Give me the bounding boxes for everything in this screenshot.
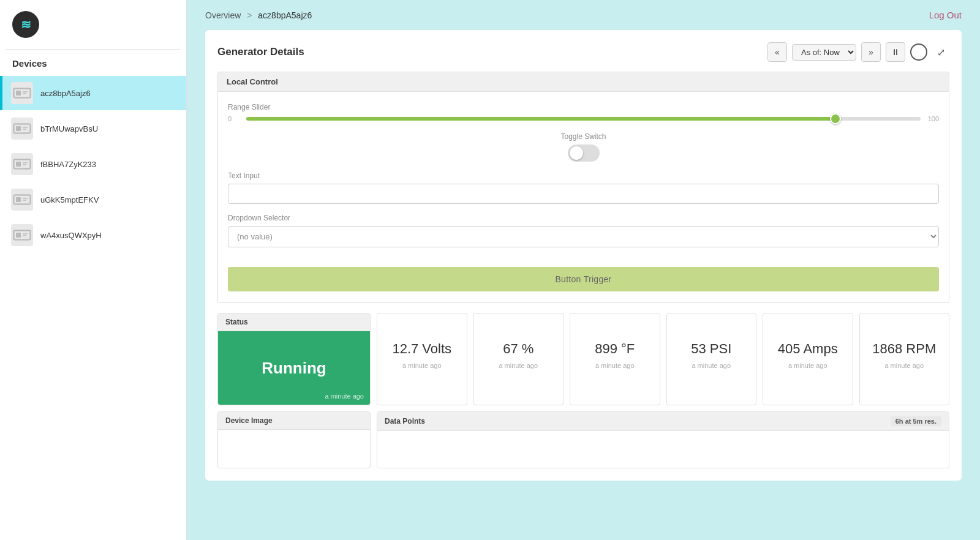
svg-rect-2	[16, 91, 21, 96]
metric-value-group: 899 °F a minute ago	[570, 313, 660, 396]
resolution-badge: 6h at 5m res.	[891, 416, 941, 426]
device-icon	[11, 118, 33, 140]
text-input-field[interactable]	[228, 184, 939, 204]
metric-value: 12.7 Volts	[392, 341, 451, 357]
status-running-text: Running	[262, 359, 326, 378]
range-slider-input[interactable]	[246, 117, 921, 121]
breadcrumb-overview[interactable]: Overview	[205, 10, 241, 20]
svg-rect-12	[16, 162, 21, 167]
breadcrumb: Overview > acz8bpA5ajz6	[205, 10, 312, 20]
local-control-header: Local Control	[217, 72, 949, 92]
panel-controls: « As of: Now » ⏸ ⤢	[767, 42, 949, 62]
metric-value-group: 67 % a minute ago	[474, 313, 564, 396]
device-name: acz8bpA5ajz6	[40, 89, 91, 98]
text-input-group: Text Input	[228, 171, 939, 204]
metric-value: 67 %	[503, 341, 533, 357]
metric-card-4: 405 Amps a minute ago	[763, 313, 853, 405]
device-image-body	[218, 430, 370, 467]
prev-button[interactable]: «	[767, 42, 787, 62]
dropdown-group: Dropdown Selector (no value)	[228, 214, 939, 247]
expand-button[interactable]: ⤢	[932, 43, 949, 61]
range-max: 100	[927, 115, 939, 122]
metric-value-group: 1868 RPM a minute ago	[860, 313, 949, 396]
trigger-button[interactable]: Button Trigger	[228, 267, 939, 291]
breadcrumb-sep: >	[247, 10, 252, 20]
sidebar-item-bTrMUwapvBsU[interactable]: bTrMUwapvBsU	[0, 111, 186, 146]
metric-time: a minute ago	[402, 362, 442, 369]
bottom-row: Device Image Data Points 6h at 5m res.	[217, 411, 949, 468]
toggle-switch[interactable]	[568, 144, 600, 162]
time-selector[interactable]: As of: Now	[792, 44, 856, 61]
device-icon	[11, 224, 33, 246]
metric-value: 53 PSI	[691, 341, 731, 357]
svg-rect-22	[16, 233, 21, 238]
device-name: fBBHA7ZyK233	[40, 160, 96, 169]
metric-time: a minute ago	[692, 362, 731, 369]
range-min: 0	[228, 115, 240, 122]
device-image-icon	[13, 84, 31, 102]
data-points-label: Data Points	[385, 417, 425, 426]
dropdown-label: Dropdown Selector	[228, 214, 939, 222]
breadcrumb-device: acz8bpA5ajz6	[258, 10, 312, 20]
main-panel: Generator Details « As of: Now » ⏸ ⤢ Loc…	[205, 30, 962, 481]
metric-card-1: 67 % a minute ago	[473, 313, 564, 405]
devices-section-title: Devices	[0, 50, 186, 73]
range-slider-group: Range Slider 0 100	[228, 103, 939, 122]
data-points-card: Data Points 6h at 5m res.	[377, 411, 949, 468]
record-button[interactable]	[910, 43, 927, 61]
dropdown-select[interactable]: (no value)	[228, 226, 939, 247]
toggle-track	[568, 144, 600, 162]
metric-time: a minute ago	[499, 362, 538, 369]
toggle-thumb	[570, 146, 583, 160]
sidebar-item-uGkK5mptEFKV[interactable]: uGkK5mptEFKV	[0, 182, 186, 217]
metric-time: a minute ago	[788, 362, 827, 369]
status-running: Running a minute ago	[218, 331, 370, 405]
next-button[interactable]: »	[861, 42, 881, 62]
metric-value-group: 53 PSI a minute ago	[667, 313, 756, 396]
device-image-card: Device Image	[217, 411, 371, 468]
device-icon	[11, 153, 33, 175]
device-image-icon	[13, 119, 31, 138]
device-name: bTrMUwapvBsU	[40, 124, 98, 133]
device-image-label: Device Image	[225, 416, 273, 425]
local-control-body: Range Slider 0 100 Toggle Switch	[217, 92, 949, 303]
toggle-label: Toggle Switch	[560, 132, 606, 141]
metric-value-group: 12.7 Volts a minute ago	[377, 313, 467, 396]
svg-rect-7	[16, 126, 21, 131]
sidebar-item-wA4xusQWXpyH[interactable]: wA4xusQWXpyH	[0, 218, 186, 252]
device-icon	[11, 189, 33, 211]
sidebar-item-fBBHA7ZyK233[interactable]: fBBHA7ZyK233	[0, 147, 186, 181]
local-control-section: Local Control Range Slider 0 100 Toggle …	[217, 72, 949, 303]
content-area: Generator Details « As of: Now » ⏸ ⤢ Loc…	[187, 30, 980, 540]
data-points-header: Data Points 6h at 5m res.	[377, 412, 949, 431]
metric-value-group: 405 Amps a minute ago	[763, 313, 853, 396]
device-icon	[11, 82, 33, 104]
device-name: wA4xusQWXpyH	[40, 231, 102, 240]
range-slider-label: Range Slider	[228, 103, 939, 111]
metric-card-3: 53 PSI a minute ago	[666, 313, 757, 405]
main-content: Overview > acz8bpA5ajz6 Log Out Generato…	[187, 0, 980, 540]
device-name: uGkK5mptEFKV	[40, 195, 99, 204]
panel-title: Generator Details	[217, 46, 304, 58]
metric-value: 899 °F	[595, 341, 635, 357]
metric-time: a minute ago	[595, 362, 635, 369]
pause-button[interactable]: ⏸	[886, 42, 905, 62]
toggle-group: Toggle Switch	[228, 132, 939, 162]
device-list: acz8bpA5ajz6 bTrMUwapvBsU	[0, 73, 186, 255]
status-row: Status Running a minute ago 12.7 Volts a…	[217, 313, 949, 405]
metric-value: 405 Amps	[778, 341, 838, 357]
status-running-time: a minute ago	[325, 392, 364, 400]
range-row: 0 100	[228, 115, 939, 122]
data-points-body	[377, 431, 949, 468]
metric-card-5: 1868 RPM a minute ago	[859, 313, 950, 405]
metric-card-0: 12.7 Volts a minute ago	[377, 313, 467, 405]
metric-time: a minute ago	[884, 362, 924, 369]
sidebar-item-acz8bpA5ajz6[interactable]: acz8bpA5ajz6	[0, 76, 186, 110]
device-image-icon	[13, 190, 31, 209]
logout-button[interactable]: Log Out	[929, 10, 962, 20]
status-card: Status Running a minute ago	[217, 313, 371, 405]
device-image-header: Device Image	[218, 412, 370, 430]
device-image-icon	[13, 226, 31, 244]
topbar: Overview > acz8bpA5ajz6 Log Out	[187, 0, 980, 30]
status-card-header: Status	[218, 313, 370, 331]
